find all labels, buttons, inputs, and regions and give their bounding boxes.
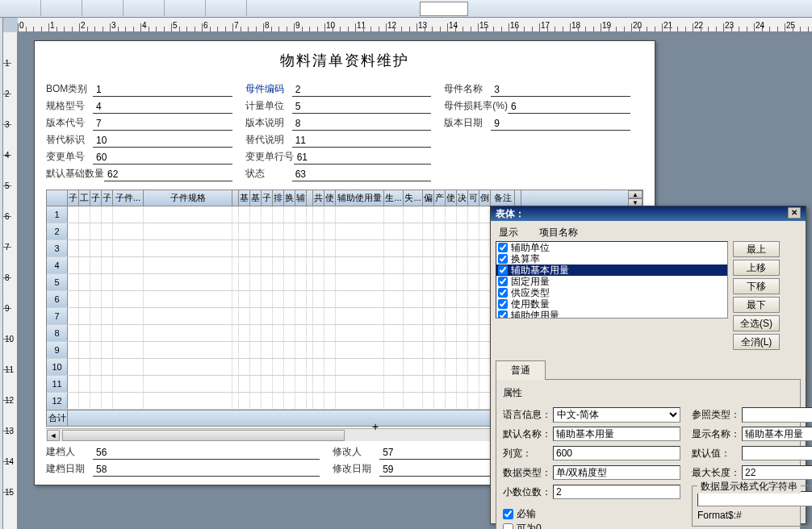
horizontal-ruler: 0123456789101112131415161718192021222324… — [18, 18, 812, 32]
ref-type-select[interactable] — [742, 407, 812, 423]
grid-column-header[interactable] — [515, 190, 521, 206]
grid-column-header[interactable]: 子 — [90, 190, 102, 206]
grid-column-header[interactable]: 可 — [468, 190, 479, 206]
grid-header: 子工子子子件...子件规格基基子排换辅共使辅助使用量生...失...偏产使决可倒… — [47, 190, 642, 206]
grid-column-header[interactable] — [307, 190, 313, 206]
grid-scroll-vertical[interactable]: ▲▼ — [628, 190, 642, 206]
header-form: BOM类别1母件编码2母件名称3规格型号4计量单位5母件损耗率(%)6版本代号7… — [35, 77, 655, 186]
form-field[interactable]: 62 — [104, 169, 232, 181]
grid-column-header[interactable]: 辅助使用量 — [336, 190, 384, 206]
grid-column-header[interactable]: 换 — [284, 190, 295, 206]
table-body-dialog: 表体： ✕ 显示 项目名称 辅助单位换算率辅助基本用量固定用量供应类型使用数量辅… — [490, 206, 806, 524]
properties-panel: 属性 语言信息：中文-简体 默认名称： 列宽： 数据类型： 小数位数： 必输 可… — [496, 380, 801, 529]
order-button[interactable]: 下移 — [733, 278, 780, 294]
grid-column-header[interactable]: 辅 — [295, 190, 307, 206]
grid-column-header[interactable]: 倒 — [479, 190, 491, 206]
list-order-buttons: 最上上移下移最下全选(S)全消(L) — [733, 241, 780, 350]
form-field[interactable]: 10 — [93, 135, 232, 148]
field-list[interactable]: 辅助单位换算率辅助基本用量固定用量供应类型使用数量辅助使用量生效日期 — [496, 241, 728, 319]
form-field[interactable]: 2 — [292, 84, 432, 97]
dialog-tabs[interactable]: 普通 — [496, 360, 801, 380]
format-string-group: 数据显示格式化字符串 Format$:# — [692, 485, 812, 527]
grid-column-header[interactable]: 基 — [250, 190, 262, 206]
decimal-input[interactable] — [553, 485, 680, 499]
form-field[interactable]: 5 — [292, 101, 432, 114]
form-field[interactable]: 11 — [292, 135, 432, 148]
grid-column-header[interactable]: 子 — [262, 190, 273, 206]
total-label: 合计 — [47, 410, 68, 426]
list-item[interactable]: 辅助使用量 — [496, 310, 727, 319]
grid-column-header[interactable]: 生... — [384, 190, 404, 206]
grid-column-header[interactable]: 基 — [239, 190, 250, 206]
dialog-list-header: 显示 项目名称 — [496, 224, 801, 241]
grid-column-header[interactable]: 共 — [313, 190, 324, 206]
grid-column-header[interactable]: 子件... — [113, 190, 144, 206]
grid-column-header[interactable]: 子件规格 — [144, 190, 232, 206]
order-button[interactable]: 全选(S) — [733, 315, 780, 331]
order-button[interactable]: 上移 — [733, 260, 780, 276]
dialog-titlebar[interactable]: 表体： ✕ — [491, 206, 806, 221]
form-field[interactable]: 9 — [491, 118, 630, 131]
order-button[interactable]: 全消(L) — [733, 334, 780, 350]
default-name-input[interactable] — [553, 427, 680, 441]
form-field[interactable]: 4 — [93, 101, 232, 114]
vertical-ruler: 123456789101112131415 — [3, 32, 18, 529]
max-length-input[interactable] — [742, 465, 812, 480]
grid-column-header[interactable]: 排 — [273, 190, 284, 206]
column-width-input[interactable] — [553, 446, 680, 460]
form-field[interactable]: 60 — [93, 152, 232, 165]
grid-column-header[interactable]: 使 — [324, 190, 336, 206]
page-title: 物料清单资料维护 — [35, 41, 655, 77]
required-checkbox[interactable]: 必输 — [503, 506, 680, 521]
form-field[interactable]: 61 — [294, 152, 432, 165]
grid-column-header[interactable]: 使 — [446, 190, 457, 206]
dialog-title-text: 表体： — [496, 207, 525, 220]
left-collapsed-panel — [0, 18, 3, 529]
language-select[interactable]: 中文-简体 — [553, 407, 680, 423]
grid-column-header[interactable]: 备注 — [491, 190, 515, 206]
order-button[interactable]: 最下 — [733, 297, 780, 313]
display-name-input[interactable] — [742, 427, 812, 441]
default-value-input[interactable] — [742, 446, 812, 460]
form-field[interactable]: 6 — [508, 101, 630, 114]
grid-column-header[interactable] — [232, 190, 239, 206]
grid-column-header[interactable]: 偏 — [423, 190, 434, 206]
form-field[interactable]: 3 — [491, 84, 630, 97]
grid-column-header[interactable]: 失... — [404, 190, 423, 206]
data-type-input[interactable] — [553, 465, 680, 480]
toolbar-tab[interactable] — [420, 2, 468, 16]
format-preview: Format$:# — [697, 510, 812, 521]
tab-general[interactable]: 普通 — [496, 360, 546, 380]
top-toolbar — [0, 0, 812, 18]
grid-column-header[interactable]: 工 — [79, 190, 90, 206]
grid-column-header[interactable]: 子 — [102, 190, 113, 206]
order-button[interactable]: 最上 — [733, 241, 780, 257]
form-field[interactable]: 63 — [292, 169, 432, 181]
grid-column-header[interactable]: 产 — [434, 190, 446, 206]
grid-column-header[interactable]: 子 — [68, 190, 79, 206]
close-icon[interactable]: ✕ — [788, 207, 801, 219]
form-field[interactable]: 7 — [93, 118, 232, 131]
form-field[interactable]: 8 — [292, 118, 432, 131]
grid-column-header[interactable]: 决 — [457, 190, 468, 206]
allow-zero-checkbox[interactable]: 可为0 — [503, 521, 680, 529]
form-field[interactable]: 1 — [93, 84, 232, 97]
